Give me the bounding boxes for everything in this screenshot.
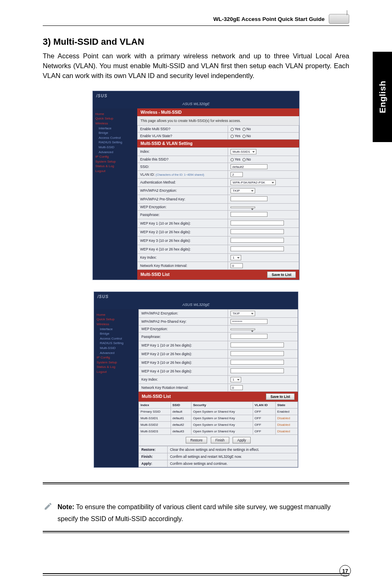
row-label: Enable this SSID? (138, 156, 228, 163)
text-input[interactable] (231, 360, 284, 365)
row-label: WPA/WPA2 Pre-Shared Key: (138, 195, 228, 203)
radio[interactable] (242, 128, 246, 131)
nav-item[interactable]: Multi-SSID (97, 346, 136, 351)
save-button[interactable]: Save to List (267, 271, 296, 278)
radio[interactable] (231, 128, 234, 131)
nav-item[interactable]: Advanced (95, 150, 135, 155)
action-label: Finish: (139, 453, 168, 460)
text-input[interactable] (231, 229, 284, 234)
nav-item[interactable]: Bridge (95, 131, 135, 136)
row-label: WEP Key 1 (10 or 26 hex digits): (139, 341, 228, 349)
restore-button[interactable]: Restore (186, 437, 207, 443)
nav-item[interactable]: Advanced (97, 351, 136, 356)
nav-item[interactable]: System Setup (95, 159, 135, 164)
note-bold: Note: (58, 503, 74, 510)
col-header: Security (191, 402, 253, 408)
row-label: WPA/WPA2 Pre-Shared Key: (139, 317, 228, 325)
radio[interactable] (231, 135, 234, 138)
text-input[interactable] (231, 351, 284, 356)
select[interactable] (231, 207, 255, 208)
table-row: Multi-SSID2default2Open System or Shared… (139, 421, 298, 428)
nav-item[interactable]: IP Config (97, 355, 136, 360)
select[interactable]: 1 (231, 255, 241, 260)
action-text: Confirm above settings and continue. (167, 460, 297, 467)
row-label: Network Key Rotation Interval: (139, 384, 228, 391)
select[interactable] (231, 328, 255, 330)
text-input[interactable] (231, 220, 284, 225)
text-input[interactable]: ******** (231, 319, 267, 324)
select[interactable]: TKIP (231, 188, 255, 193)
nav-item[interactable]: Quick Setup (95, 116, 135, 121)
row-label: WPA/WPA2 Encryption: (139, 309, 228, 317)
nav-sidebar: Home Quick Setup Wireless Interface Brid… (94, 309, 138, 467)
text-input[interactable]: 2 (231, 172, 243, 177)
nav-item[interactable]: Multi-SSID (95, 145, 135, 150)
section-band: Multi-SSID & VLAN Setting (137, 140, 299, 147)
text-input[interactable]: 0 (231, 263, 243, 268)
language-tab-label: English (378, 80, 387, 113)
text-input[interactable] (231, 246, 284, 251)
nav-item[interactable]: Logout (97, 370, 136, 374)
text-input[interactable]: 0 (231, 385, 243, 390)
nav-item[interactable]: Quick Setup (97, 317, 136, 322)
row-label: Network Key Rotation Interval: (138, 262, 228, 269)
finish-button[interactable]: Finish (211, 437, 229, 443)
row-label: WEP Encryption: (139, 325, 228, 332)
text-input[interactable] (231, 368, 284, 373)
note-box: Note: To ensure the compatibility of var… (43, 501, 349, 525)
nav-item[interactable]: Status & Log (97, 365, 136, 370)
row-label: SSID: (138, 163, 228, 170)
screenshot-multi-ssid-config: /SUS ASUS WL320gE Home Quick Setup Wirel… (92, 91, 300, 280)
select[interactable]: TKIP (231, 311, 255, 316)
row-label: WEP Key 3 (10 or 26 hex digits): (139, 358, 228, 367)
nav-item[interactable]: Wireless (97, 322, 136, 327)
nav-item[interactable]: Status & Log (95, 164, 135, 169)
nav-item[interactable]: RADIUS Setting (95, 140, 135, 145)
radio[interactable] (242, 158, 246, 161)
nav-sidebar: Home Quick Setup Wireless Interface Brid… (93, 108, 137, 280)
nav-item[interactable]: IP Config (95, 154, 135, 159)
select[interactable]: WPA-PSK/WPA2-PSK (231, 180, 276, 185)
text-input[interactable] (231, 196, 267, 201)
radio[interactable] (242, 135, 246, 138)
section-band: Wireless - Multi-SSID (137, 108, 299, 116)
text-input[interactable] (231, 342, 284, 347)
nav-item[interactable]: Interface (95, 126, 135, 131)
text-input[interactable] (231, 334, 267, 339)
nav-item[interactable]: Bridge (97, 331, 136, 336)
text-input[interactable] (231, 212, 267, 217)
nav-item[interactable]: Access Control (97, 336, 136, 341)
model-label: ASUS WL320gE (93, 101, 299, 108)
language-tab: English (373, 52, 392, 142)
table-row: Multi-SSID3default3Open System or Shared… (139, 428, 298, 434)
row-label: Enable Multi SSID? (138, 125, 228, 132)
note-text: To ensure the compatibility of various c… (58, 503, 331, 523)
row-label: WEP Encryption: (138, 203, 228, 210)
nav-item[interactable]: Logout (95, 169, 135, 174)
table-row: Primary SSIDdefaultOpen System or Shared… (139, 408, 298, 415)
action-label: Restore: (139, 446, 168, 453)
nav-item[interactable]: RADIUS Setting (97, 341, 136, 346)
nav-item[interactable]: Interface (97, 327, 136, 332)
nav-item[interactable]: Home (95, 112, 135, 117)
col-header: State (275, 402, 297, 408)
col-header: SSID (171, 402, 191, 408)
row-label: Passphrase: (138, 210, 228, 219)
brand-logo: /SUS (97, 294, 108, 299)
nav-item[interactable]: Wireless (95, 121, 135, 126)
select[interactable]: 1 (231, 377, 241, 382)
select[interactable]: Multi-SSID1 (231, 149, 256, 154)
nav-item[interactable]: System Setup (97, 360, 136, 365)
apply-button[interactable]: Apply (233, 437, 250, 443)
page-number: 17 (339, 565, 351, 577)
table-row: Multi-SSID1default1Open System or Shared… (139, 415, 298, 421)
nav-item[interactable]: Access Control (95, 136, 135, 140)
router-icon (329, 14, 349, 24)
text-input[interactable]: default2 (231, 164, 267, 169)
save-button[interactable]: Save to List (266, 393, 295, 400)
row-label: WEP Key 2 (10 or 26 hex digits): (138, 227, 228, 236)
nav-item[interactable]: Home (97, 312, 136, 317)
radio[interactable] (231, 158, 234, 161)
text-input[interactable] (231, 238, 284, 243)
col-header: Index (139, 402, 171, 408)
